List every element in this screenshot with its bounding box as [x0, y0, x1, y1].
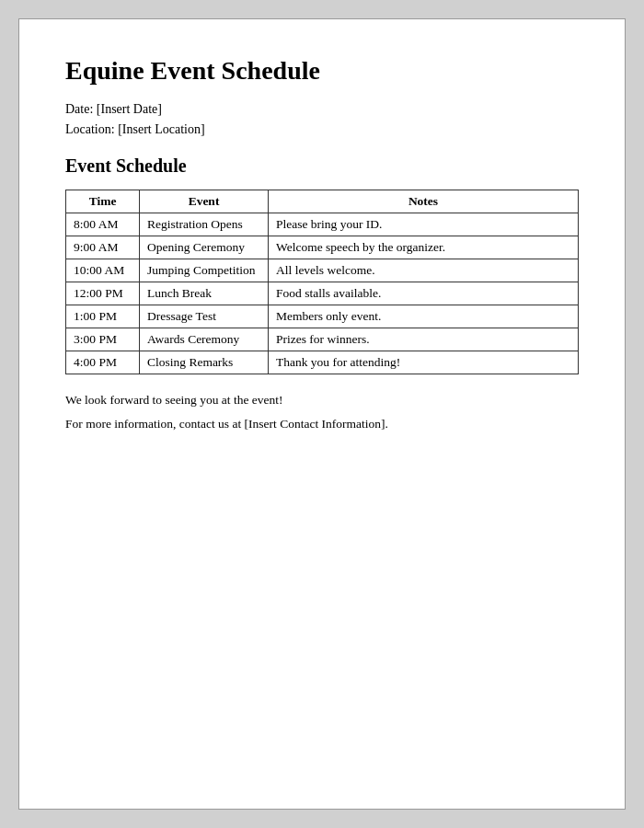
- cell-notes: Food stalls available.: [269, 282, 579, 305]
- cell-event: Closing Remarks: [140, 351, 269, 374]
- cell-time: 12:00 PM: [66, 282, 140, 305]
- table-header-row: Time Event Notes: [66, 190, 579, 213]
- table-row: 3:00 PMAwards CeremonyPrizes for winners…: [66, 328, 579, 351]
- col-header-notes: Notes: [269, 190, 579, 213]
- cell-notes: Thank you for attending!: [269, 351, 579, 374]
- cell-notes: All levels welcome.: [269, 259, 579, 282]
- cell-event: Awards Ceremony: [140, 328, 269, 351]
- table-row: 1:00 PMDressage TestMembers only event.: [66, 305, 579, 328]
- cell-event: Lunch Break: [140, 282, 269, 305]
- cell-time: 9:00 AM: [66, 236, 140, 259]
- page-title: Equine Event Schedule: [65, 56, 579, 86]
- cell-time: 1:00 PM: [66, 305, 140, 328]
- table-row: 12:00 PMLunch BreakFood stalls available…: [66, 282, 579, 305]
- cell-event: Registration Opens: [140, 213, 269, 236]
- section-title: Event Schedule: [65, 155, 579, 177]
- cell-event: Opening Ceremony: [140, 236, 269, 259]
- table-row: 4:00 PMClosing RemarksThank you for atte…: [66, 351, 579, 374]
- cell-time: 10:00 AM: [66, 259, 140, 282]
- footer-text-1: We look forward to seeing you at the eve…: [65, 393, 579, 408]
- date-line: Date: [Insert Date]: [65, 102, 579, 117]
- table-row: 8:00 AMRegistration OpensPlease bring yo…: [66, 213, 579, 236]
- schedule-table: Time Event Notes 8:00 AMRegistration Ope…: [65, 190, 579, 374]
- location-line: Location: [Insert Location]: [65, 122, 579, 137]
- cell-time: 4:00 PM: [66, 351, 140, 374]
- cell-notes: Welcome speech by the organizer.: [269, 236, 579, 259]
- col-header-event: Event: [140, 190, 269, 213]
- cell-time: 3:00 PM: [66, 328, 140, 351]
- cell-notes: Members only event.: [269, 305, 579, 328]
- cell-notes: Please bring your ID.: [269, 213, 579, 236]
- cell-event: Dressage Test: [140, 305, 269, 328]
- cell-notes: Prizes for winners.: [269, 328, 579, 351]
- cell-event: Jumping Competition: [140, 259, 269, 282]
- footer-text-2: For more information, contact us at [Ins…: [65, 417, 579, 431]
- cell-time: 8:00 AM: [66, 213, 140, 236]
- table-row: 9:00 AMOpening CeremonyWelcome speech by…: [66, 236, 579, 259]
- table-row: 10:00 AMJumping CompetitionAll levels we…: [66, 259, 579, 282]
- page: Equine Event Schedule Date: [Insert Date…: [18, 18, 626, 810]
- col-header-time: Time: [66, 190, 140, 213]
